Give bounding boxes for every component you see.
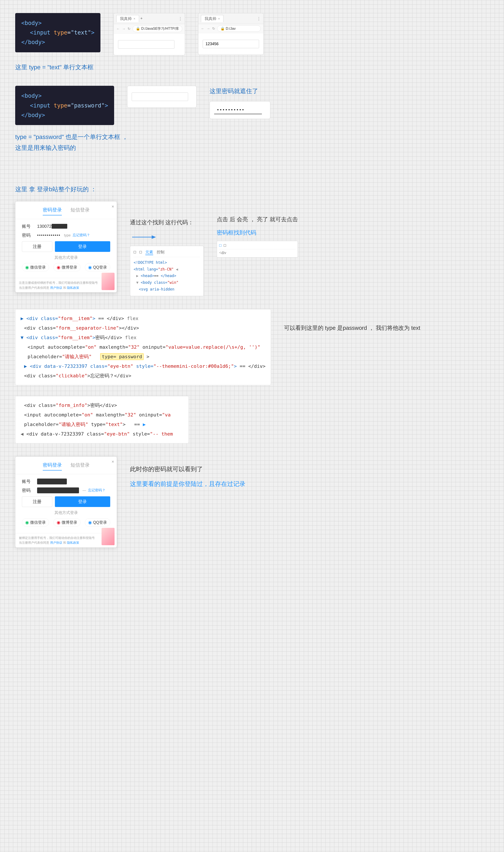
other-login-label-1: 其他方式登录	[22, 255, 110, 260]
weibo-login-btn-2[interactable]: ◉ 微博登录	[53, 518, 80, 526]
demo-password-input-empty[interactable]	[132, 92, 188, 101]
user-agreement-link[interactable]: 用户协议	[50, 286, 62, 290]
devtools-line-4: ▼ <body class="win"	[134, 279, 200, 286]
account-blurred-1: ████	[52, 224, 68, 229]
qq-login-btn-1[interactable]: ◉ QQ登录	[85, 263, 110, 272]
demo-text-input[interactable]	[118, 40, 175, 49]
tab-close-icon-2[interactable]: ×	[218, 17, 220, 20]
modal-field-account-1: 账号 130072████	[22, 223, 110, 229]
modal-tab-password-2[interactable]: 密码登录	[43, 462, 62, 470]
modal-body-1: 账号 130072████ 密码 •••••••••••• type 忘记密码？…	[15, 219, 117, 278]
password-label-2: 密码	[22, 487, 35, 493]
changed-line-2: <input autocomplete="on" maxlength="32" …	[21, 410, 183, 420]
qq-icon-1: ◉	[88, 265, 92, 270]
annotation-text-1: 通过这个找到 这行代码：	[130, 219, 204, 226]
devtools-tab-box[interactable]: □	[140, 249, 142, 255]
result-text-2: 这里要看的前提是你登陆过，且存在过记录	[130, 480, 246, 488]
forward-icon-2[interactable]: →	[206, 27, 210, 31]
wechat-icon-1: ◉	[25, 265, 29, 270]
modal-tab-password-1[interactable]: 密码登录	[43, 207, 62, 215]
devtools-line-5: <svg aria-hidden	[134, 286, 200, 293]
modal-field-password-1: 密码 •••••••••••• type 忘记密码？	[22, 232, 110, 238]
login-modal-2: × 密码登录 短信登录 账号 ████ 密码 ████████ — 忘记密码？ …	[15, 456, 117, 547]
login-button-2[interactable]: 登录	[55, 496, 110, 507]
modal-close-icon-2[interactable]: ×	[111, 459, 114, 464]
tab-close-icon-1[interactable]: ×	[133, 17, 135, 20]
click-annotation: 点击 后 会亮 ， 亮了 就可去点击	[217, 214, 298, 225]
browser-content-2	[198, 33, 264, 55]
weibo-login-btn-1[interactable]: ◉ 微博登录	[53, 263, 80, 272]
back-icon-1[interactable]: ←	[116, 27, 120, 31]
login-button-1[interactable]: 登录	[55, 241, 110, 252]
wechat-label-2: 微信登录	[30, 520, 46, 525]
devtools-hint-content: <div	[219, 250, 295, 255]
tab-add-icon-1[interactable]: +	[140, 16, 143, 21]
browser-menu-icon-2[interactable]: ⋮	[257, 16, 261, 21]
modal-buttons-1: 注册 登录	[22, 241, 110, 252]
browser-content-1	[114, 34, 185, 55]
refresh-icon-2[interactable]: ↻	[212, 27, 215, 31]
weibo-icon-2: ◉	[57, 520, 60, 525]
decoration-placeholder	[102, 273, 114, 290]
section-type-text: <body> <input type="text"> </body> 我真帅 ×…	[15, 13, 489, 73]
qq-login-btn-2[interactable]: ◉ QQ登录	[85, 518, 110, 526]
inspect-line-7: <div class="clickable">忘记密码？</div>	[21, 371, 266, 381]
demo-password-input-filled[interactable]	[214, 106, 262, 114]
browser-menu-icon-1[interactable]: ⋮	[178, 16, 182, 21]
devtools-tab-console[interactable]: 控制	[157, 249, 164, 255]
register-button-1[interactable]: 注册	[22, 241, 52, 252]
refresh-icon-1[interactable]: ↻	[128, 27, 130, 31]
forgot-password-link-2[interactable]: 忘记密码？	[88, 488, 105, 493]
modal-buttons-2: 注册 登录	[22, 496, 110, 507]
browser-content-pass-empty	[127, 86, 196, 107]
browser-mockup-text-filled: 我真帅 × ⋮ ← → ↻ 🔒 D:/Jav	[198, 13, 264, 55]
browser-tab-1[interactable]: 我真帅 ×	[116, 15, 139, 22]
address-bar-1[interactable]: 🔒 D:/JavaSE学习/HTTP/库	[132, 25, 182, 32]
modal-tab-sms-1[interactable]: 短信登录	[71, 207, 90, 215]
privacy-policy-link[interactable]: 隐私政策	[67, 286, 79, 290]
inspect-line-1: ▶ <div class="form__item"> == </div> fle…	[21, 314, 266, 323]
section-code-inspection: ▶ <div class="form__item"> == </div> fle…	[15, 309, 489, 444]
changed-line-1: <div class="form_info">密码</div>	[21, 401, 183, 410]
devtools-tab-cursor[interactable]: □	[134, 249, 136, 255]
code-block-changed: <div class="form_info">密码</div> <input a…	[15, 396, 189, 444]
type-highlight: type= password	[100, 353, 143, 360]
wechat-login-btn-2[interactable]: ◉ 微信登录	[22, 518, 49, 526]
devtools-line-1: <!DOCTYPE html>	[134, 259, 200, 266]
devtools-screenshot: □ □ 元素 控制 <!DOCTYPE html> <html lang="zh…	[130, 246, 204, 296]
back-icon-2[interactable]: ←	[201, 27, 204, 31]
demo-text-input-filled[interactable]	[203, 40, 259, 48]
label-password-desc: type = "password" 也是一个单行文本框 ， 这里是用来输入密码的	[15, 132, 489, 154]
user-agreement-link-2[interactable]: 用户协议	[50, 541, 62, 544]
forgot-password-link-1[interactable]: 忘记密码？	[73, 233, 90, 238]
browser-tab-2[interactable]: 我真帅 ×	[201, 15, 223, 22]
browser-nav-1: ← → ↻ 🔒 D:/JavaSE学习/HTTP/库	[114, 24, 185, 34]
code-line-3: </body>	[21, 37, 94, 47]
code-inspection-layout: ▶ <div class="form__item"> == </div> fle…	[15, 309, 489, 385]
decoration-placeholder-2	[102, 528, 114, 545]
code-line-1: <body>	[21, 18, 94, 28]
inspect-line-5: placeholder="请输入密码" type= password >	[21, 352, 266, 362]
register-button-2[interactable]: 注册	[22, 496, 52, 507]
devtools-line-3: ▶ <head>== </head>	[134, 273, 200, 279]
modal-social-2: ◉ 微信登录 ◉ 微博登录 ◉ QQ登录	[22, 518, 110, 526]
address-icon-2: 🔒	[220, 27, 225, 30]
devtools-tab-elements[interactable]: 元素	[145, 249, 153, 255]
devtools-hint-icon-2: □	[224, 243, 226, 248]
privacy-policy-link-2[interactable]: 隐私政策	[67, 541, 79, 544]
arrow-annotation-1: 通过这个找到 这行代码： □ □ 元素 控制 <!DOCTYPE html> <…	[130, 201, 204, 296]
account-label-2: 账号	[22, 479, 35, 484]
wechat-login-btn-1[interactable]: ◉ 微信登录	[22, 263, 49, 272]
modal-close-icon-1[interactable]: ×	[111, 204, 114, 209]
devtools-line-2: <html lang="zh-CN" ◀	[134, 266, 200, 273]
account-value-1: 130072████	[37, 224, 67, 229]
devtools-toolbar: □ □ 元素 控制	[134, 249, 200, 257]
inspection-annotation: 可以看到这里的 type 是password ， 我们将他改为 text	[284, 309, 420, 333]
inspect-line-4: <input autocomplete="on" maxlength="32" …	[21, 343, 266, 352]
forward-icon-1[interactable]: →	[122, 27, 125, 31]
modal-tab-sms-2[interactable]: 短信登录	[71, 462, 90, 470]
result-text-1: 此时你的密码就可以看到了	[130, 465, 246, 473]
address-bar-2[interactable]: 🔒 D:/Jav	[217, 25, 261, 32]
code-pass-line-2: <input type="password">	[21, 101, 108, 110]
code-line-2: <input type="text">	[21, 28, 94, 37]
